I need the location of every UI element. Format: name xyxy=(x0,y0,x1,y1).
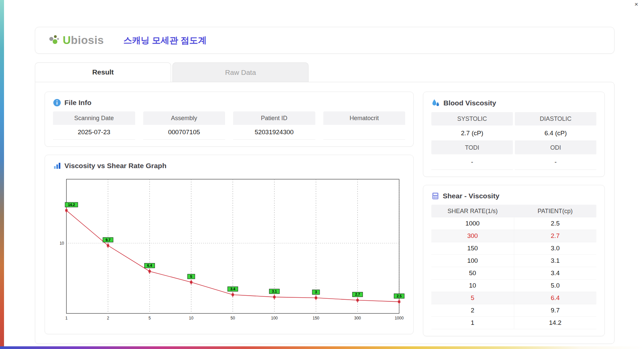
info-icon xyxy=(53,99,61,107)
graph-card: Viscosity vs Shear Rate Graph 1012510501… xyxy=(45,155,414,334)
patient-viscosity-cell: 2.5 xyxy=(514,217,597,230)
diastolic-label: DIASTOLIC xyxy=(515,112,596,126)
shear-rate-cell: 50 xyxy=(431,267,514,279)
shear-viscosity-table: SHEAR RATE(1/s) PATIENT(cp) 10002.53002.… xyxy=(431,205,596,329)
blood-viscosity-title: Blood Viscosity xyxy=(443,99,496,107)
shear-rate-cell: 1 xyxy=(431,317,514,329)
odi-label: ODI xyxy=(515,141,596,154)
logo-letters-rest: biosis xyxy=(71,34,104,46)
systolic-value: 2.7 (cP) xyxy=(431,126,513,141)
svg-text:5: 5 xyxy=(149,316,151,320)
table-row: 114.2 xyxy=(431,317,596,329)
window-frame-bottom-gradient xyxy=(0,346,644,349)
tab-raw-data[interactable]: Raw Data xyxy=(172,62,309,82)
field-label: Hematocrit xyxy=(323,111,406,125)
field-value xyxy=(323,125,406,140)
field-label: Patient ID xyxy=(233,111,315,125)
field-hematocrit: Hematocrit xyxy=(323,111,406,140)
result-panel: File Info Scanning Date 2025-07-23 Assem… xyxy=(35,82,614,344)
patient-viscosity-cell: 6.4 xyxy=(514,292,597,304)
table-row: 1003.1 xyxy=(431,255,596,267)
left-column: File Info Scanning Date 2025-07-23 Assem… xyxy=(45,92,414,334)
graph-title: Viscosity vs Shear Rate Graph xyxy=(64,162,166,170)
close-icon[interactable]: × xyxy=(633,1,640,8)
shear-viscosity-header: Shear - Viscosity xyxy=(431,192,596,200)
svg-text:3: 3 xyxy=(315,290,317,294)
svg-text:3.4: 3.4 xyxy=(230,287,235,291)
svg-text:300: 300 xyxy=(354,316,361,320)
droplets-icon xyxy=(431,99,440,107)
svg-text:14.2: 14.2 xyxy=(68,203,75,207)
svg-text:3.1: 3.1 xyxy=(272,289,277,293)
table-row: 3002.7 xyxy=(431,230,596,242)
viscosity-chart: 101251050100150300100014.29.76.453.43.13… xyxy=(53,174,405,325)
shear-rate-cell: 150 xyxy=(431,242,514,254)
blood-viscosity-header: Blood Viscosity xyxy=(431,99,596,107)
table-row: 56.4 xyxy=(431,292,596,304)
patient-header: PATIENT(cp) xyxy=(514,205,596,217)
field-label: Assembly xyxy=(143,111,225,125)
shear-rate-cell: 10 xyxy=(431,280,514,292)
patient-viscosity-cell: 3.4 xyxy=(514,267,597,279)
shear-viscosity-card: Shear - Viscosity SHEAR RATE(1/s) PATIEN… xyxy=(423,185,605,336)
logo-text: Ubiosis xyxy=(63,34,104,47)
patient-viscosity-cell: 9.7 xyxy=(514,304,597,316)
logo-letter-u: U xyxy=(63,34,71,46)
field-assembly: Assembly 000707105 xyxy=(143,111,225,140)
right-column: Blood Viscosity SYSTOLIC DIASTOLIC 2.7 (… xyxy=(423,92,605,334)
svg-text:6.4: 6.4 xyxy=(147,263,152,267)
table-row: 503.4 xyxy=(431,267,596,280)
main-content: Ubiosis 스캐닝 모세관 점도계 Result Raw Data xyxy=(4,0,644,344)
svg-text:150: 150 xyxy=(313,316,319,320)
app-window: × Ubiosis 스캐닝 모세관 점도계 Result Raw Data xyxy=(4,0,644,346)
svg-text:1: 1 xyxy=(65,316,68,320)
field-value: 52031924300 xyxy=(233,125,315,140)
table-header-row: SHEAR RATE(1/s) PATIENT(cp) xyxy=(431,205,596,217)
calculator-icon xyxy=(431,192,439,200)
field-scanning-date: Scanning Date 2025-07-23 xyxy=(53,111,135,140)
shear-rate-cell: 5 xyxy=(431,292,514,304)
shear-rate-cell: 300 xyxy=(431,230,514,242)
odi-value: - xyxy=(515,154,596,170)
svg-text:1000: 1000 xyxy=(395,316,404,320)
diastolic-value: 6.4 (cP) xyxy=(515,126,596,141)
file-info-title: File Info xyxy=(64,99,92,107)
shear-rate-header: SHEAR RATE(1/s) xyxy=(431,205,514,217)
file-info-header: File Info xyxy=(53,99,405,107)
patient-viscosity-cell: 3.1 xyxy=(514,255,597,267)
blood-viscosity-card: Blood Viscosity SYSTOLIC DIASTOLIC 2.7 (… xyxy=(423,92,605,177)
table-row: 10002.5 xyxy=(431,217,596,230)
svg-text:10: 10 xyxy=(189,316,194,320)
file-info-fields: Scanning Date 2025-07-23 Assembly 000707… xyxy=(53,111,405,140)
tab-result[interactable]: Result xyxy=(35,62,171,82)
shear-rate-cell: 100 xyxy=(431,255,514,267)
svg-text:2.5: 2.5 xyxy=(397,294,402,298)
viscosity-chart-svg: 101251050100150300100014.29.76.453.43.13… xyxy=(53,174,406,325)
patient-viscosity-cell: 14.2 xyxy=(514,317,597,329)
window-frame-left-gradient xyxy=(0,0,4,349)
file-info-card: File Info Scanning Date 2025-07-23 Assem… xyxy=(45,92,414,147)
todi-value: - xyxy=(431,154,513,170)
blood-viscosity-grid: SYSTOLIC DIASTOLIC 2.7 (cP) 6.4 (cP) TOD… xyxy=(431,112,596,170)
svg-text:2.7: 2.7 xyxy=(355,292,360,296)
logo-dots-icon xyxy=(47,34,61,47)
shear-rate-cell: 1000 xyxy=(431,217,514,230)
systolic-label: SYSTOLIC xyxy=(431,112,513,126)
field-patient-id: Patient ID 52031924300 xyxy=(233,111,315,140)
svg-text:50: 50 xyxy=(230,316,235,320)
field-value: 2025-07-23 xyxy=(53,125,135,140)
svg-text:100: 100 xyxy=(271,316,278,320)
field-label: Scanning Date xyxy=(53,111,135,125)
table-row: 105.0 xyxy=(431,280,596,292)
ubiosis-logo: Ubiosis xyxy=(47,34,104,47)
shear-table-body: 10002.53002.71503.01003.1503.4105.056.42… xyxy=(431,217,596,329)
table-row: 1503.0 xyxy=(431,242,596,255)
shear-viscosity-title: Shear - Viscosity xyxy=(443,192,499,200)
svg-text:5: 5 xyxy=(190,275,192,279)
table-row: 29.7 xyxy=(431,304,596,317)
graph-header: Viscosity vs Shear Rate Graph xyxy=(53,162,405,170)
svg-text:2: 2 xyxy=(107,316,109,320)
bar-chart-icon xyxy=(53,162,61,170)
svg-text:10: 10 xyxy=(60,241,64,246)
field-value: 000707105 xyxy=(143,125,225,140)
